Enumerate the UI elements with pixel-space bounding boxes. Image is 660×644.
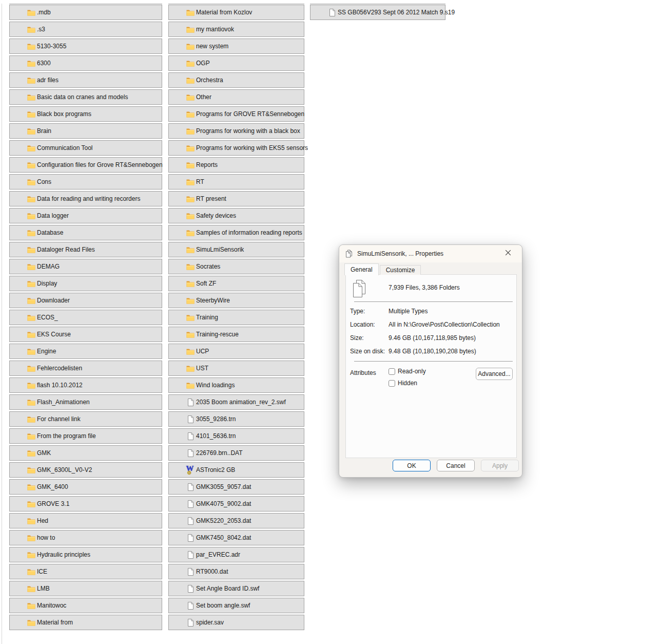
folder-item[interactable]: Fehlercodelisten bbox=[9, 361, 162, 376]
attributes-label: Attributes bbox=[350, 369, 376, 376]
file-item[interactable]: RT9000.dat bbox=[168, 564, 304, 579]
folder-item[interactable]: Configuration files for Grove RT&Sennebo… bbox=[9, 157, 162, 173]
file-item[interactable]: SS GB056V293 Sept 06 2012 Match 9.s19 bbox=[310, 5, 445, 20]
folder-item[interactable]: my mantiovok bbox=[168, 22, 304, 37]
file-item[interactable]: Set boom angle.swf bbox=[168, 598, 304, 613]
folder-item[interactable]: Training-rescue bbox=[168, 327, 304, 342]
file-item[interactable]: 3055_9286.trn bbox=[168, 411, 304, 427]
dialog-titlebar[interactable]: SimuLmiSensorik, ... Properties bbox=[339, 245, 522, 262]
folder-item[interactable]: Safety devices bbox=[168, 208, 304, 223]
folder-item[interactable]: .mdb bbox=[9, 5, 162, 20]
folder-icon bbox=[27, 364, 36, 372]
folder-item[interactable]: Hed bbox=[9, 513, 162, 528]
folder-item[interactable]: Downloader bbox=[9, 293, 162, 308]
folder-item[interactable]: .s3 bbox=[9, 22, 162, 37]
folder-item[interactable]: UST bbox=[168, 361, 304, 376]
folder-item[interactable]: 5130-3055 bbox=[9, 39, 162, 54]
folder-item[interactable]: Cons bbox=[9, 174, 162, 190]
tab-general[interactable]: General bbox=[344, 263, 379, 275]
folder-item[interactable]: GMK_6300L_V0-V2 bbox=[9, 462, 162, 478]
folder-item[interactable]: From the program file bbox=[9, 428, 162, 444]
advanced-button[interactable]: Advanced... bbox=[476, 368, 513, 380]
file-item[interactable]: par_EVREC.adr bbox=[168, 547, 304, 562]
file-item[interactable]: W⚙ASTronic2 GB bbox=[168, 462, 304, 478]
folder-item[interactable]: GROVE 3.1 bbox=[9, 496, 162, 512]
item-label: 3055_9286.trn bbox=[196, 415, 236, 423]
hidden-checkbox[interactable]: Hidden bbox=[389, 380, 417, 387]
item-label: spider.sav bbox=[196, 619, 224, 626]
folder-item[interactable]: Hydraulic principles bbox=[9, 547, 162, 562]
folder-item[interactable]: Programs for working with EKS5 sensors bbox=[168, 140, 304, 156]
folder-item[interactable]: Engine bbox=[9, 344, 162, 359]
folder-icon bbox=[186, 144, 195, 152]
folder-item[interactable]: Material from Kozlov bbox=[168, 5, 304, 20]
ok-button[interactable]: OK bbox=[393, 460, 431, 471]
folder-item[interactable]: OGP bbox=[168, 55, 304, 71]
folder-item[interactable]: ECOS_ bbox=[9, 310, 162, 325]
folder-item[interactable]: EKS Course bbox=[9, 327, 162, 342]
folder-item[interactable]: Database bbox=[9, 225, 162, 240]
item-label: SteerbyWire bbox=[196, 297, 230, 304]
folder-item[interactable]: Material from bbox=[9, 615, 162, 630]
folder-item[interactable]: Manitowoc bbox=[9, 598, 162, 613]
folder-item[interactable]: flash 10.10.2012 bbox=[9, 377, 162, 393]
file-item[interactable]: GMK5220_2053.dat bbox=[168, 513, 304, 528]
folder-item[interactable]: LMB bbox=[9, 581, 162, 596]
folder-item[interactable]: Programs for working with a black box bbox=[168, 123, 304, 139]
folder-item[interactable]: Orchestra bbox=[168, 72, 304, 88]
folder-item[interactable]: Training bbox=[168, 310, 304, 325]
folder-item[interactable]: new system bbox=[168, 39, 304, 54]
folder-item[interactable]: Dataloger Read Files bbox=[9, 242, 162, 257]
folder-item[interactable]: 6300 bbox=[9, 55, 162, 71]
tab-customize[interactable]: Customize bbox=[380, 265, 421, 275]
close-button[interactable] bbox=[500, 247, 516, 260]
folder-item[interactable]: GMK bbox=[9, 445, 162, 461]
folder-item[interactable]: Communication Tool bbox=[9, 140, 162, 156]
folder-item[interactable]: Data logger bbox=[9, 208, 162, 223]
read-only-checkbox[interactable]: Read-only bbox=[389, 368, 426, 375]
file-item[interactable]: GMK7450_8042.dat bbox=[168, 530, 304, 545]
file-item[interactable]: GMK4075_9002.dat bbox=[168, 496, 304, 512]
folder-item[interactable]: Other bbox=[168, 89, 304, 105]
folder-item[interactable]: Wind loadings bbox=[168, 377, 304, 393]
folder-item[interactable]: how to bbox=[9, 530, 162, 545]
folder-item[interactable]: Display bbox=[9, 276, 162, 291]
item-label: Black box programs bbox=[37, 110, 91, 118]
file-item[interactable]: GMK3055_9057.dat bbox=[168, 479, 304, 495]
folder-item[interactable]: RT bbox=[168, 174, 304, 190]
property-value: All in N:\Grove\Post\Collection\Collecti… bbox=[389, 321, 500, 328]
folder-item[interactable]: Programs for GROVE RT&Sennebogen bbox=[168, 106, 304, 122]
folder-item[interactable]: Data for reading and writing recorders bbox=[9, 191, 162, 206]
folder-item[interactable]: Socrates bbox=[168, 259, 304, 274]
file-item[interactable]: 226769.brn..DAT bbox=[168, 445, 304, 461]
file-item[interactable]: spider.sav bbox=[168, 615, 304, 630]
folder-icon bbox=[27, 398, 36, 406]
folder-item[interactable]: For channel link bbox=[9, 411, 162, 427]
folder-item[interactable]: Black box programs bbox=[9, 106, 162, 122]
folder-item[interactable]: RT present bbox=[168, 191, 304, 206]
folder-item[interactable]: SteerbyWire bbox=[168, 293, 304, 308]
file-item[interactable]: Set Angle Board ID.swf bbox=[168, 581, 304, 596]
checkbox-icon[interactable] bbox=[389, 368, 395, 375]
folder-icon bbox=[27, 279, 36, 288]
checkbox-icon[interactable] bbox=[389, 380, 395, 387]
cancel-button[interactable]: Cancel bbox=[437, 460, 475, 471]
folder-item[interactable]: Basic data on cranes and models bbox=[9, 89, 162, 105]
folder-item[interactable]: Soft ZF bbox=[168, 276, 304, 291]
folder-item[interactable]: SimuLmiSensorik bbox=[168, 242, 304, 257]
item-label: UST bbox=[196, 365, 208, 372]
folder-item[interactable]: GMK_6400 bbox=[9, 479, 162, 495]
folder-item[interactable]: Reports bbox=[168, 157, 304, 173]
apply-button[interactable]: Apply bbox=[481, 460, 519, 471]
folder-item[interactable]: adr files bbox=[9, 72, 162, 88]
file-item[interactable]: 4101_5636.trn bbox=[168, 428, 304, 444]
item-label: flash 10.10.2012 bbox=[37, 382, 83, 389]
file-item[interactable]: 2035 Boom animation_rev_2.swf bbox=[168, 394, 304, 410]
folder-item[interactable]: UCP bbox=[168, 344, 304, 359]
folder-item[interactable]: Flash_Animationen bbox=[9, 394, 162, 410]
folder-item[interactable]: ICE bbox=[9, 564, 162, 579]
folder-item[interactable]: Brain bbox=[9, 123, 162, 139]
app-icon: W⚙ bbox=[186, 466, 195, 474]
folder-item[interactable]: Samples of information reading reports bbox=[168, 225, 304, 240]
folder-item[interactable]: DEMAG bbox=[9, 259, 162, 274]
